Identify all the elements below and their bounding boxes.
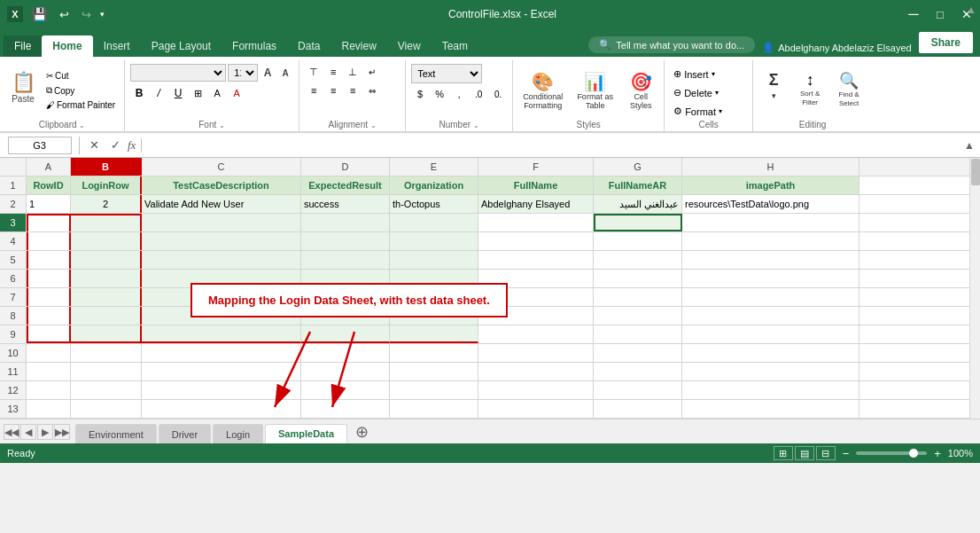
align-center-button[interactable]: ≡ — [324, 82, 342, 98]
percent-button[interactable]: % — [431, 86, 448, 102]
sheet-nav-prev[interactable]: ◀ — [20, 424, 36, 440]
increase-font-button[interactable]: A — [260, 65, 276, 81]
sheet-nav-last[interactable]: ▶▶ — [54, 424, 70, 440]
align-bottom-button[interactable]: ⊥ — [344, 64, 362, 80]
tab-insert[interactable]: Insert — [93, 35, 141, 57]
tab-formulas[interactable]: Formulas — [222, 35, 287, 57]
format-painter-button[interactable]: 🖌Format Painter — [43, 98, 119, 112]
paste-button[interactable]: 📋 Paste — [5, 62, 41, 112]
tab-page-layout[interactable]: Page Layout — [141, 35, 222, 57]
sheet-tab-environment[interactable]: Environment — [75, 424, 157, 443]
col-header-g[interactable]: G — [594, 158, 682, 176]
sheet-tab-driver[interactable]: Driver — [159, 424, 211, 443]
row-num-1[interactable]: 1 — [0, 176, 27, 194]
bold-button[interactable]: B — [130, 84, 148, 102]
cell-d2[interactable]: success — [301, 195, 390, 213]
cell-a3[interactable] — [27, 214, 71, 231]
zoom-out-button[interactable]: − — [843, 447, 850, 460]
sheet-tab-sampledata[interactable]: SampleData — [265, 424, 347, 443]
sheet-tab-login[interactable]: Login — [213, 424, 263, 443]
cell-b1[interactable]: LoginRow — [71, 176, 142, 194]
number-format-select[interactable]: Text — [411, 64, 482, 83]
font-color-button[interactable]: A — [228, 84, 245, 102]
underline-button[interactable]: U — [169, 84, 187, 102]
minimize-button[interactable]: ─ — [900, 0, 927, 28]
cell-styles-button[interactable]: 🎯 CellStyles — [623, 67, 658, 119]
align-middle-button[interactable]: ≡ — [324, 64, 342, 80]
add-sheet-button[interactable]: ⊕ — [351, 422, 372, 443]
cell-e1[interactable]: Organization — [390, 176, 478, 194]
format-as-table-button[interactable]: 📊 Format asTable — [571, 67, 619, 119]
col-header-f[interactable]: F — [478, 158, 594, 176]
sheet-nav-next[interactable]: ▶ — [37, 424, 53, 440]
fill-color-button[interactable]: A — [208, 84, 226, 102]
cell-f1[interactable]: FullName — [478, 176, 594, 194]
col-header-a[interactable]: A — [27, 158, 71, 176]
zoom-slider[interactable] — [856, 451, 927, 455]
border-button[interactable]: ⊞ — [189, 84, 206, 102]
page-layout-view-button[interactable]: ▤ — [795, 446, 814, 460]
share-button[interactable]: Share — [919, 32, 973, 53]
redo-button[interactable]: ↪ — [78, 6, 95, 23]
help-search[interactable]: 🔍 Tell me what you want to do... — [588, 36, 755, 53]
undo-button[interactable]: ↩ — [56, 6, 73, 23]
decrease-font-button[interactable]: A — [277, 65, 293, 81]
cell-b3[interactable] — [71, 214, 142, 231]
formula-input[interactable] — [147, 136, 953, 155]
find-select-button[interactable]: 🔍 Find &Select — [831, 67, 867, 111]
tab-review[interactable]: Review — [331, 35, 386, 57]
maximize-button[interactable]: □ — [927, 0, 953, 28]
cell-g2[interactable]: عبدالغني السيد — [594, 195, 682, 213]
cell-f2[interactable]: Abdelghany Elsayed — [478, 195, 594, 213]
align-left-button[interactable]: ≡ — [305, 82, 323, 98]
normal-view-button[interactable]: ⊞ — [774, 446, 793, 460]
increase-decimal-button[interactable]: .0 — [470, 86, 487, 102]
cell-b2[interactable]: 2 — [71, 195, 142, 213]
cell-c1[interactable]: TestCaseDescription — [142, 176, 301, 194]
sheet-nav-first[interactable]: ◀◀ — [4, 424, 19, 440]
wrap-text-button[interactable]: ↵ — [363, 64, 381, 80]
cell-d1[interactable]: ExpectedResult — [301, 176, 390, 194]
quick-access-dropdown[interactable]: ▾ — [100, 10, 105, 19]
col-header-d[interactable]: D — [301, 158, 390, 176]
tab-data[interactable]: Data — [287, 35, 331, 57]
autosum-button[interactable]: Σ ▾ — [758, 67, 789, 104]
col-header-h[interactable]: H — [682, 158, 859, 176]
align-right-button[interactable]: ≡ — [344, 82, 362, 98]
tab-home[interactable]: Home — [42, 35, 92, 57]
align-top-button[interactable]: ⊤ — [305, 64, 323, 80]
ribbon-collapse-button[interactable]: ▲ — [966, 4, 976, 16]
currency-button[interactable]: $ — [411, 86, 429, 102]
tab-file[interactable]: File — [4, 35, 42, 57]
decrease-decimal-button[interactable]: 0. — [489, 86, 507, 102]
sort-filter-button[interactable]: ↕ Sort &Filter — [792, 67, 828, 110]
page-break-view-button[interactable]: ⊟ — [816, 446, 836, 460]
cell-e3[interactable] — [390, 214, 478, 231]
font-name-select[interactable]: Calibri — [130, 64, 226, 82]
delete-cells-button[interactable]: ⊖ Delete ▾ — [670, 84, 747, 101]
cell-h1[interactable]: imagePath — [682, 176, 859, 194]
name-box[interactable]: G3 — [8, 137, 72, 154]
cell-d3[interactable] — [301, 214, 390, 231]
col-header-e[interactable]: E — [390, 158, 478, 176]
comma-button[interactable]: , — [450, 86, 468, 102]
cell-c2[interactable]: Validate Add New User — [142, 195, 301, 213]
col-header-b[interactable]: B — [71, 158, 142, 176]
row-num-3[interactable]: 3 — [0, 214, 27, 231]
cut-button[interactable]: ✂Cut — [43, 69, 119, 82]
vertical-scrollbar[interactable] — [969, 158, 980, 419]
merge-button[interactable]: ⇔ — [363, 82, 381, 98]
cell-f3[interactable] — [478, 214, 594, 231]
cell-a1[interactable]: RowID — [27, 176, 71, 194]
conditional-formatting-button[interactable]: 🎨 ConditionalFormatting — [518, 67, 567, 119]
zoom-in-button[interactable]: + — [934, 447, 941, 460]
cell-e2[interactable]: th-Octopus — [390, 195, 478, 213]
formula-cancel-button[interactable]: ✕ — [85, 138, 103, 152]
insert-cells-button[interactable]: ⊕ Insert ▾ — [670, 66, 747, 82]
font-size-select[interactable]: 11 — [228, 64, 258, 82]
format-cells-button[interactable]: ⚙ Format ▾ — [670, 103, 747, 120]
cell-g3[interactable] — [594, 214, 682, 231]
cell-h2[interactable]: resources\TestData\logo.png — [682, 195, 859, 213]
formula-bar-expand-button[interactable]: ▲ — [959, 139, 980, 152]
tab-team[interactable]: Team — [432, 35, 478, 57]
